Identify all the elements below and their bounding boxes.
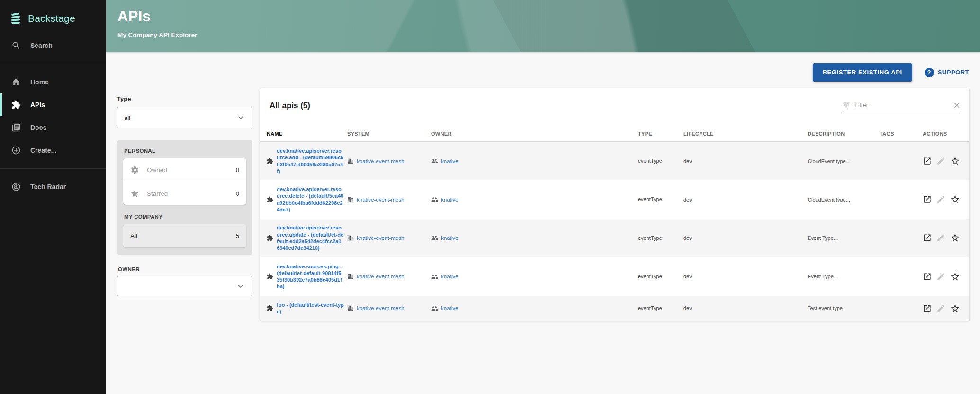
system-link[interactable]: knative-event-mesh	[357, 158, 404, 164]
starred-label: Starred	[147, 190, 168, 197]
api-table-card: All apis (5) NAME SYSTEM OWNER TYPE LIFE…	[260, 88, 969, 321]
search-icon	[11, 41, 21, 50]
column-header-name[interactable]: NAME	[267, 131, 347, 137]
open-in-new-icon[interactable]	[923, 304, 932, 313]
lifecycle-cell: dev	[683, 274, 808, 279]
star-outline-icon[interactable]	[950, 303, 960, 313]
sidebar-item-search[interactable]: Search	[0, 34, 106, 57]
edit-icon[interactable]	[936, 156, 945, 165]
system-link[interactable]: knative-event-mesh	[357, 305, 404, 311]
api-name-link[interactable]: dev.knative.apiserver.resource.add - (de…	[277, 147, 344, 174]
toolbar: REGISTER EXISTING API ? SUPPORT	[813, 63, 970, 82]
api-name-link[interactable]: dev.knative.apiserver.resource.update - …	[277, 224, 344, 251]
type-select[interactable]: all	[117, 107, 252, 128]
star-outline-icon[interactable]	[950, 233, 960, 243]
type-cell: eventType	[638, 305, 683, 312]
star-outline-icon[interactable]	[950, 156, 960, 166]
open-in-new-icon[interactable]	[923, 272, 932, 281]
chevron-down-icon	[236, 282, 245, 291]
column-header-owner[interactable]: OWNER	[431, 131, 638, 137]
actions-cell	[923, 156, 962, 166]
api-name-link[interactable]: foo - (default/test-event-type)	[277, 302, 344, 315]
star-outline-icon[interactable]	[950, 194, 960, 204]
docs-icon	[11, 123, 21, 132]
backstage-logo[interactable]: Backstage	[0, 0, 106, 28]
system-link[interactable]: knative-event-mesh	[357, 197, 404, 202]
puzzle-icon	[267, 273, 273, 280]
owner-link[interactable]: knative	[441, 235, 458, 241]
owner-link[interactable]: knative	[441, 274, 458, 279]
name-cell: dev.knative.apiserver.resource.delete - …	[267, 186, 347, 213]
puzzle-icon	[267, 235, 273, 241]
chevron-down-icon	[236, 113, 245, 122]
entity-picker-group: PERSONAL Owned 0 Starred 0 MY COMPANY Al…	[117, 140, 252, 255]
column-header-type[interactable]: TYPE	[638, 131, 683, 137]
page-header: APIs My Company API Explorer	[106, 0, 980, 52]
sidebar-item-label: Docs	[30, 124, 46, 131]
table-filter-input[interactable]	[854, 101, 949, 109]
sidebar-item-create[interactable]: Create...	[0, 139, 106, 162]
building-icon	[347, 158, 354, 165]
puzzle-icon	[267, 305, 273, 312]
name-cell: foo - (default/test-event-type)	[267, 302, 347, 315]
owned-label: Owned	[147, 166, 167, 174]
table-title: All apis (5)	[270, 101, 310, 110]
sidebar-item-apis[interactable]: APIs	[0, 93, 106, 116]
sidebar-item-label: Home	[30, 78, 49, 86]
table-row: dev.knative.sources.ping - (default/et-d…	[260, 257, 969, 296]
edit-icon[interactable]	[936, 304, 945, 313]
system-cell: knative-event-mesh	[347, 158, 431, 165]
edit-icon[interactable]	[936, 195, 945, 204]
column-header-lifecycle[interactable]: LIFECYCLE	[683, 131, 808, 137]
system-cell: knative-event-mesh	[347, 196, 431, 203]
logo-text: Backstage	[28, 13, 75, 24]
column-header-tags[interactable]: TAGS	[880, 131, 923, 137]
name-cell: dev.knative.apiserver.resource.update - …	[267, 224, 347, 251]
api-name-link[interactable]: dev.knative.apiserver.resource.delete - …	[277, 186, 344, 213]
owner-link[interactable]: knative	[441, 197, 458, 202]
owner-cell: knative	[431, 196, 638, 203]
all-count: 5	[236, 232, 239, 239]
owner-cell: knative	[431, 273, 638, 280]
description-cell: CloudEvent type...	[808, 197, 880, 202]
owner-filter-label: OWNER	[118, 266, 252, 272]
filter-all[interactable]: All 5	[123, 224, 246, 247]
column-header-system[interactable]: SYSTEM	[347, 131, 431, 137]
table-body: dev.knative.apiserver.resource.add - (de…	[260, 142, 969, 321]
filter-owned[interactable]: Owned 0	[123, 158, 246, 182]
system-link[interactable]: knative-event-mesh	[357, 235, 404, 241]
register-existing-api-button[interactable]: REGISTER EXISTING API	[813, 63, 912, 82]
personal-section-label: PERSONAL	[124, 148, 245, 154]
owner-link[interactable]: knative	[441, 305, 458, 311]
star-outline-icon[interactable]	[950, 272, 960, 282]
type-cell: eventType	[638, 235, 683, 242]
system-link[interactable]: knative-event-mesh	[357, 274, 404, 279]
column-header-description[interactable]: DESCRIPTION	[808, 131, 880, 137]
personal-card: Owned 0 Starred 0	[123, 158, 246, 205]
description-cell: Event Type...	[808, 235, 880, 241]
api-name-link[interactable]: dev.knative.sources.ping - (default/et-d…	[277, 263, 344, 290]
building-icon	[347, 235, 354, 241]
owned-count: 0	[236, 166, 239, 174]
type-cell: eventType	[638, 273, 683, 280]
support-label: SUPPORT	[938, 69, 969, 76]
actions-cell	[923, 233, 962, 243]
divider	[0, 64, 106, 64]
sidebar-item-home[interactable]: Home	[0, 71, 106, 93]
edit-icon[interactable]	[936, 272, 945, 281]
edit-icon[interactable]	[936, 233, 945, 242]
owner-link[interactable]: knative	[441, 158, 458, 164]
support-button[interactable]: ? SUPPORT	[925, 68, 969, 77]
open-in-new-icon[interactable]	[923, 195, 932, 204]
open-in-new-icon[interactable]	[923, 156, 932, 165]
clear-icon[interactable]	[953, 101, 961, 110]
star-icon	[130, 189, 139, 198]
column-header-actions: ACTIONS	[923, 131, 962, 137]
lifecycle-cell: dev	[683, 158, 808, 164]
owner-select[interactable]	[117, 276, 252, 296]
sidebar-item-tech-radar[interactable]: Tech Radar	[0, 175, 106, 198]
all-label: All	[130, 232, 137, 239]
sidebar-item-docs[interactable]: Docs	[0, 116, 106, 139]
open-in-new-icon[interactable]	[923, 233, 932, 242]
filter-starred[interactable]: Starred 0	[123, 182, 246, 205]
